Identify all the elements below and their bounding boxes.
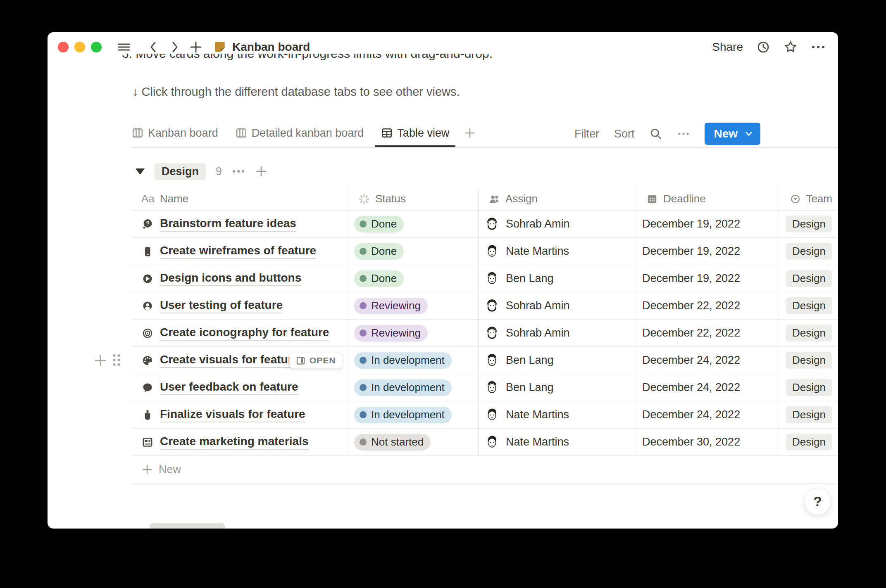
- filter-button[interactable]: Filter: [574, 128, 599, 140]
- group-options-button[interactable]: [232, 169, 245, 173]
- status-cell[interactable]: In development: [348, 374, 479, 401]
- add-view-button[interactable]: [458, 121, 482, 147]
- new-row-button[interactable]: New: [131, 456, 838, 484]
- status-pill[interactable]: In development: [354, 352, 452, 369]
- team-cell[interactable]: Design: [780, 265, 838, 292]
- team-cell[interactable]: Design: [780, 292, 838, 319]
- assign-cell[interactable]: Nate Martins: [479, 238, 636, 265]
- assign-cell[interactable]: Nate Martins: [479, 429, 636, 455]
- deadline-cell[interactable]: December 24, 2022: [636, 401, 780, 428]
- deadline-cell[interactable]: December 22, 2022: [636, 320, 780, 346]
- search-button[interactable]: [649, 127, 662, 140]
- status-cell[interactable]: Reviewing: [348, 292, 479, 319]
- column-header-assign[interactable]: Assign: [479, 187, 636, 210]
- deadline-cell[interactable]: December 24, 2022: [636, 374, 780, 401]
- assign-cell[interactable]: Sohrab Amin: [479, 292, 636, 319]
- group-collapse-toggle[interactable]: [136, 168, 145, 175]
- page-title[interactable]: Kanban board: [232, 40, 310, 54]
- group-add-button[interactable]: [255, 165, 267, 178]
- assign-cell[interactable]: Sohrab Amin: [479, 320, 636, 346]
- forward-button[interactable]: [169, 40, 181, 54]
- task-link[interactable]: Create visuals for feature: [160, 353, 299, 368]
- minimize-button[interactable]: [74, 42, 85, 52]
- share-button[interactable]: Share: [712, 40, 743, 54]
- status-pill[interactable]: Reviewing: [354, 325, 428, 341]
- sidebar-menu-button[interactable]: [117, 41, 131, 53]
- sort-button[interactable]: Sort: [614, 128, 635, 140]
- status-pill[interactable]: Reviewing: [354, 298, 428, 314]
- name-cell[interactable]: Finalize visuals for feature: [131, 401, 348, 428]
- task-link[interactable]: User feedback on feature: [160, 380, 298, 395]
- more-button[interactable]: [811, 45, 826, 50]
- status-pill[interactable]: Done: [354, 243, 404, 260]
- task-link[interactable]: Design icons and buttons: [160, 271, 301, 286]
- task-link[interactable]: Brainstorm feature ideas: [160, 217, 296, 232]
- deadline-cell[interactable]: December 19, 2022: [636, 265, 780, 292]
- updates-button[interactable]: [756, 40, 770, 54]
- assign-cell[interactable]: Nate Martins: [479, 401, 636, 428]
- status-cell[interactable]: Done: [348, 265, 479, 292]
- team-tag: Design: [786, 243, 832, 260]
- help-button[interactable]: ?: [804, 488, 831, 515]
- new-page-button[interactable]: [189, 40, 202, 54]
- avatar: [484, 325, 500, 341]
- column-header-deadline[interactable]: Deadline: [636, 187, 780, 210]
- status-cell[interactable]: Done: [348, 238, 479, 265]
- deadline-cell[interactable]: December 30, 2022: [636, 429, 780, 455]
- column-header-team[interactable]: Team: [780, 187, 838, 210]
- status-cell[interactable]: Reviewing: [348, 320, 479, 346]
- view-options-button[interactable]: [677, 132, 690, 136]
- column-header-name[interactable]: Aa Name: [131, 187, 348, 210]
- column-header-status[interactable]: Status: [348, 187, 479, 210]
- team-cell[interactable]: Design: [780, 211, 838, 237]
- team-cell[interactable]: Design: [780, 347, 838, 374]
- status-cell[interactable]: In development: [348, 347, 479, 374]
- deadline-cell[interactable]: December 19, 2022: [636, 211, 780, 237]
- team-cell[interactable]: Design: [780, 374, 838, 401]
- zoom-button[interactable]: [91, 42, 102, 52]
- tab-kanban-board[interactable]: Kanban board: [126, 121, 224, 147]
- group-name-pill[interactable]: Design: [155, 163, 206, 180]
- tab-table-view[interactable]: Table view: [375, 121, 455, 147]
- name-cell[interactable]: Design icons and buttons: [131, 265, 348, 292]
- status-cell[interactable]: Done: [348, 211, 479, 237]
- team-cell[interactable]: Design: [780, 238, 838, 265]
- team-cell[interactable]: Design: [780, 429, 838, 455]
- name-cell[interactable]: Create wireframes of feature: [131, 238, 348, 265]
- task-link[interactable]: Create iconography for feature: [160, 326, 329, 341]
- drag-handle[interactable]: [112, 353, 121, 369]
- status-cell[interactable]: Not started: [348, 429, 479, 455]
- favorite-button[interactable]: [784, 40, 798, 54]
- status-pill[interactable]: Done: [354, 270, 404, 287]
- deadline-cell[interactable]: December 24, 2022: [636, 347, 780, 374]
- insert-row-button[interactable]: [94, 354, 107, 367]
- close-button[interactable]: [58, 42, 69, 52]
- assign-cell[interactable]: Ben Lang: [479, 347, 636, 374]
- status-pill[interactable]: In development: [354, 407, 452, 423]
- task-link[interactable]: User testing of feature: [160, 299, 283, 313]
- assign-cell[interactable]: Ben Lang: [479, 374, 636, 401]
- task-link[interactable]: Finalize visuals for feature: [160, 408, 305, 422]
- name-cell[interactable]: User feedback on feature: [131, 374, 348, 401]
- status-pill[interactable]: Not started: [354, 434, 431, 450]
- status-cell[interactable]: In development: [348, 401, 479, 428]
- open-record-button[interactable]: OPEN: [289, 353, 342, 368]
- tab-detailed-kanban-board[interactable]: Detailed kanban board: [229, 121, 370, 147]
- name-cell[interactable]: Create iconography for feature: [131, 320, 348, 346]
- deadline-cell[interactable]: December 19, 2022: [636, 238, 780, 265]
- back-button[interactable]: [147, 40, 160, 54]
- task-link[interactable]: Create wireframes of feature: [160, 244, 316, 259]
- status-pill[interactable]: Done: [354, 216, 404, 232]
- name-cell[interactable]: User testing of feature: [131, 292, 348, 319]
- deadline-cell[interactable]: December 22, 2022: [636, 292, 780, 319]
- clipped-bottom-button[interactable]: [150, 523, 225, 529]
- name-cell[interactable]: Create marketing materials: [131, 429, 348, 455]
- name-cell[interactable]: Brainstorm feature ideas: [131, 211, 348, 237]
- team-cell[interactable]: Design: [780, 320, 838, 346]
- team-cell[interactable]: Design: [780, 401, 838, 428]
- task-link[interactable]: Create marketing materials: [160, 435, 309, 450]
- new-record-button[interactable]: New: [705, 123, 760, 145]
- status-pill[interactable]: In development: [354, 379, 452, 396]
- assign-cell[interactable]: Ben Lang: [479, 265, 636, 292]
- assign-cell[interactable]: Sohrab Amin: [479, 211, 636, 237]
